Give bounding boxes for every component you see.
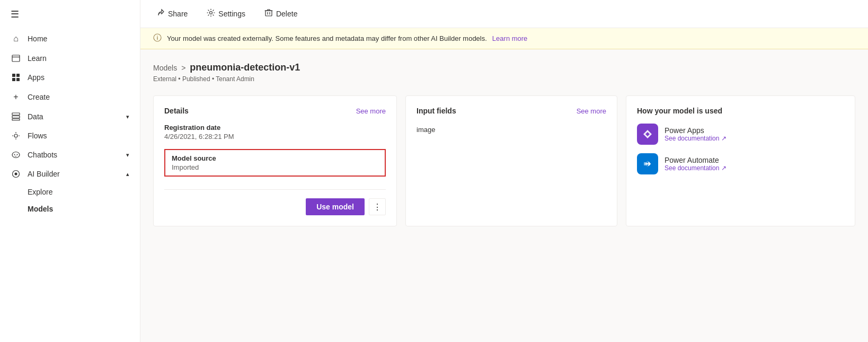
details-see-more[interactable]: See more: [356, 107, 386, 115]
usage-item-powerapps: Power Apps See documentation ↗: [637, 124, 844, 145]
usage-card: How your model is used Power Apps See do…: [626, 95, 855, 226]
svg-rect-6: [12, 113, 20, 115]
use-model-button[interactable]: Use model: [306, 198, 365, 215]
svg-point-11: [14, 154, 15, 155]
usage-item-powerautomate: Power Automate See documentation ↗: [637, 153, 844, 174]
sidebar-item-flows[interactable]: Flows: [0, 126, 140, 145]
model-source-label: Model source: [172, 154, 378, 162]
sidebar-item-learn[interactable]: Learn: [0, 49, 140, 68]
data-icon: [11, 112, 21, 121]
details-card: Details See more Registration date 4/26/…: [153, 95, 397, 226]
svg-rect-16: [265, 11, 272, 16]
share-icon: [156, 8, 165, 19]
sidebar-label-create: Create: [28, 93, 129, 101]
banner-link[interactable]: Learn more: [492, 34, 527, 42]
svg-point-10: [12, 152, 20, 158]
share-button[interactable]: Share: [153, 6, 191, 21]
info-banner: Your model was created externally. Some …: [140, 28, 868, 49]
registration-date-label: Registration date: [164, 124, 386, 131]
hamburger-menu[interactable]: ☰: [0, 0, 140, 29]
flows-icon: [11, 131, 21, 140]
sidebar-item-create[interactable]: + Create: [0, 87, 140, 107]
power-automate-doc-link[interactable]: See documentation ↗: [665, 164, 727, 172]
svg-rect-2: [12, 74, 15, 77]
sidebar-label-explore: Explore: [28, 188, 52, 196]
chatbots-chevron-icon: ▾: [126, 152, 129, 159]
sidebar-item-data[interactable]: Data ▾: [0, 107, 140, 126]
sidebar-item-chatbots[interactable]: Chatbots ▾: [0, 145, 140, 164]
chatbots-icon: [11, 151, 21, 159]
breadcrumb-separator: >: [181, 64, 185, 72]
usage-card-header: How your model is used: [637, 107, 844, 115]
settings-icon: [207, 8, 215, 19]
svg-rect-0: [12, 55, 20, 62]
sidebar-label-learn: Learn: [28, 54, 129, 63]
usage-card-title: How your model is used: [637, 107, 722, 115]
svg-rect-4: [12, 78, 15, 81]
svg-point-15: [210, 12, 212, 14]
sidebar-item-apps[interactable]: Apps: [0, 68, 140, 87]
breadcrumb: Models > pneumonia-detection-v1: [153, 62, 855, 73]
power-automate-name: Power Automate: [665, 156, 727, 164]
power-automate-icon: [637, 153, 658, 174]
more-options-button[interactable]: ⋮: [369, 198, 386, 215]
power-apps-doc-link[interactable]: See documentation ↗: [665, 135, 727, 142]
input-fields-card: Input fields See more image: [405, 95, 617, 226]
aibuilder-chevron-icon: ▴: [126, 171, 129, 178]
power-apps-info: Power Apps See documentation ↗: [665, 126, 727, 142]
breadcrumb-parent[interactable]: Models: [153, 64, 177, 72]
sidebar-label-chatbots: Chatbots: [28, 151, 120, 159]
input-field-image: image: [417, 124, 606, 136]
sidebar-label-apps: Apps: [28, 73, 129, 82]
power-apps-icon: [637, 124, 658, 145]
external-link-icon: ↗: [721, 135, 727, 142]
input-fields-see-more[interactable]: See more: [577, 107, 606, 115]
info-icon: [153, 33, 162, 43]
details-card-header: Details See more: [164, 107, 386, 115]
sidebar-item-home[interactable]: ⌂ Home: [0, 29, 140, 49]
svg-point-9: [14, 134, 17, 137]
sidebar-label-home: Home: [28, 34, 129, 43]
svg-point-14: [15, 173, 17, 176]
breadcrumb-current: pneumonia-detection-v1: [190, 62, 300, 73]
model-source-value: Imported: [172, 163, 378, 171]
sidebar-item-explore[interactable]: Explore: [0, 183, 140, 200]
learn-icon: [11, 54, 21, 63]
sidebar-item-models[interactable]: Models: [0, 200, 140, 217]
svg-rect-5: [16, 78, 20, 81]
settings-label: Settings: [218, 10, 245, 18]
model-source-highlight: Model source Imported: [164, 149, 386, 177]
input-fields-card-header: Input fields See more: [417, 107, 606, 115]
svg-rect-7: [12, 116, 20, 118]
cards-row: Details See more Registration date 4/26/…: [153, 95, 855, 226]
power-apps-name: Power Apps: [665, 126, 727, 135]
home-icon: ⌂: [11, 34, 21, 43]
more-dots-icon: ⋮: [373, 202, 382, 212]
page-content: Models > pneumonia-detection-v1 External…: [140, 49, 868, 342]
data-chevron-icon: ▾: [126, 113, 129, 120]
delete-button[interactable]: Delete: [261, 6, 300, 21]
card-divider: [164, 189, 386, 190]
apps-icon: [11, 73, 21, 82]
power-automate-info: Power Automate See documentation ↗: [665, 156, 727, 172]
svg-rect-22: [644, 162, 647, 165]
external-link-icon-2: ↗: [721, 164, 727, 172]
svg-point-21: [157, 36, 158, 37]
svg-rect-3: [16, 74, 20, 77]
card-footer: Use model ⋮: [164, 198, 386, 215]
sidebar: ☰ ⌂ Home Learn Apps + Create Data ▾ Flow…: [0, 0, 140, 342]
settings-button[interactable]: Settings: [203, 6, 249, 21]
delete-label: Delete: [276, 10, 297, 18]
sidebar-label-data: Data: [28, 112, 120, 121]
create-icon: +: [11, 92, 21, 102]
sidebar-label-models: Models: [28, 205, 53, 213]
delete-icon: [264, 8, 273, 19]
aibuilder-icon: [11, 170, 21, 178]
page-subtitle: External • Published • Tenant Admin: [153, 75, 855, 83]
toolbar: Share Settings Delete: [140, 0, 868, 28]
svg-point-12: [17, 154, 18, 155]
sidebar-label-aibuilder: AI Builder: [28, 170, 120, 178]
input-fields-title: Input fields: [417, 107, 456, 115]
sidebar-item-aibuilder[interactable]: AI Builder ▴: [0, 164, 140, 183]
main-content: Share Settings Delete Your model was cre…: [140, 0, 868, 342]
